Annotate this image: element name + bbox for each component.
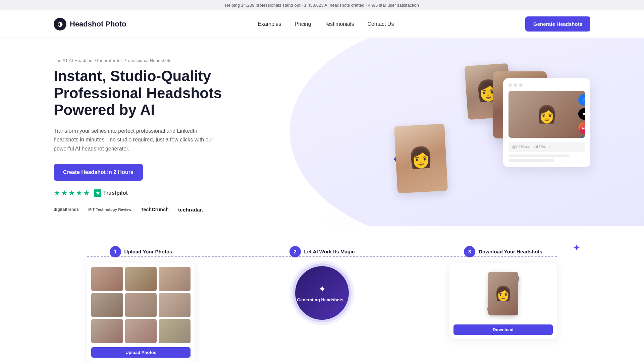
step-2-label: Let AI Work Its Magic [304, 249, 355, 254]
press-digitaltrends: digitaltrends [54, 207, 79, 212]
ai-wrapper: ✦ Generating Headshots... [295, 263, 349, 323]
step-1-number: 1 [110, 246, 121, 257]
trustpilot-logo: ★ Trustpilot [94, 189, 128, 197]
ai-label: Generating Headshots... [297, 297, 347, 302]
logo-text: Headshot Photo [70, 20, 126, 28]
nav-testimonials[interactable]: Testimonials [324, 21, 354, 27]
grid-photo-2 [125, 267, 157, 291]
grid-photo-5 [125, 293, 157, 317]
hero-title: Instant, Studio-Quality Professional Hea… [54, 68, 241, 119]
steps-row: ✦ 1 Upload Your Photos Uplo [54, 246, 590, 362]
star-4: ★ [76, 189, 83, 197]
star-2: ★ [61, 189, 68, 197]
panel-line-1 [508, 155, 570, 157]
step-1: 1 Upload Your Photos Upload Photos [54, 246, 228, 362]
banner-text: Helping 14,239 professionals stand out ·… [225, 3, 419, 8]
grid-photo-3 [159, 267, 191, 291]
hero-photo-bottom [394, 124, 448, 194]
hero-left: The #1 AI Headshot Generator for Profess… [54, 58, 241, 213]
grid-photo-9 [159, 319, 191, 343]
grid-photo-4 [91, 293, 123, 317]
download-button[interactable]: Download [453, 324, 553, 335]
step-1-card: Upload Photos [87, 263, 195, 362]
generate-headshots-button[interactable]: Generate Headshots [525, 16, 590, 32]
press-techcrunch: TechCrunch [141, 207, 169, 212]
woman-face-1 [394, 124, 448, 194]
grid-photo-1 [91, 267, 123, 291]
logo-icon: ◑ [54, 18, 66, 31]
dot-3 [519, 83, 523, 87]
step-3-card: 👩 👩 Download [449, 263, 557, 339]
hero-right: ✦ ✦ [389, 58, 590, 212]
panel-line-2 [508, 159, 554, 162]
step-2-header: 2 Let AI Work Its Magic [289, 246, 355, 257]
panel-photo: 👩 f ✕ ◎ in [508, 91, 585, 138]
create-headshot-button[interactable]: Create Headshot in 2 Hours [54, 164, 143, 181]
ai-generating-card: ✦ Generating Headshots... [295, 266, 349, 320]
trustpilot-label: Trustpilot [103, 190, 128, 196]
grid-photo-8 [125, 319, 157, 343]
star-rating: ★ ★ ★ ★ ★ [54, 189, 90, 197]
step-3-label: Download Your Headshots [479, 249, 542, 254]
instagram-icon: ◎ [578, 122, 585, 134]
dot-1 [508, 83, 512, 87]
trustpilot-icon: ★ [94, 189, 101, 197]
social-panel: 👩 f ✕ ◎ in @AI Headshot Photo [503, 78, 590, 167]
step-2: 2 Let AI Work Its Magic ✦ Generating Hea… [235, 246, 409, 323]
hero-tag: The #1 AI Headshot Generator for Profess… [54, 58, 241, 63]
dot-2 [514, 83, 517, 87]
grid-photo-6 [159, 293, 191, 317]
linkedin-icon: in [578, 136, 585, 138]
steps-section: ✦ 1 Upload Your Photos Uplo [0, 226, 644, 362]
step-1-label: Upload Your Photos [124, 249, 172, 254]
press-techradar: techradar. [178, 207, 203, 213]
panel-lines [508, 155, 585, 162]
nav-contact[interactable]: Contact Us [367, 21, 394, 27]
top-banner: Helping 14,239 professionals stand out ·… [0, 0, 644, 10]
photo-upload-grid [91, 267, 191, 343]
logo[interactable]: ◑ Headshot Photo [54, 18, 126, 31]
hero-description: Transform your selfies into perfect prof… [54, 127, 215, 153]
upload-photos-button[interactable]: Upload Photos [91, 347, 191, 358]
nav-pricing[interactable]: Pricing [294, 21, 311, 27]
step-3-number: 3 [464, 246, 475, 257]
panel-handle: @AI Headshot Photo [508, 142, 585, 152]
panel-dots [508, 83, 585, 87]
trustpilot-row: ★ ★ ★ ★ ★ ★ Trustpilot [54, 189, 241, 197]
nav-links: Examples Pricing Testimonials Contact Us [258, 21, 394, 27]
star-1: ★ [54, 189, 60, 197]
step-3-header: 3 Download Your Headshots [464, 246, 542, 257]
star-3: ★ [68, 189, 75, 197]
navbar: ◑ Headshot Photo Examples Pricing Testim… [0, 10, 644, 38]
step-3: 3 Download Your Headshots 👩 👩 Download [416, 246, 590, 339]
press-logos: digitaltrends MIT Technology Review Tech… [54, 207, 241, 213]
download-card-inner: 👩 👩 [453, 267, 553, 320]
star-5: ★ [83, 189, 90, 197]
nav-examples[interactable]: Examples [258, 21, 281, 27]
facebook-icon: f [578, 94, 585, 106]
step-2-number: 2 [289, 246, 301, 257]
press-mit: MIT Technology Review [88, 207, 131, 212]
result-photo-front: 👩 [488, 272, 518, 315]
grid-photo-7 [91, 319, 123, 343]
ai-spark-icon: ✦ [318, 284, 326, 295]
twitter-icon: ✕ [578, 108, 585, 120]
step-1-header: 1 Upload Your Photos [110, 246, 172, 257]
hero-section: The #1 AI Headshot Generator for Profess… [0, 38, 644, 226]
